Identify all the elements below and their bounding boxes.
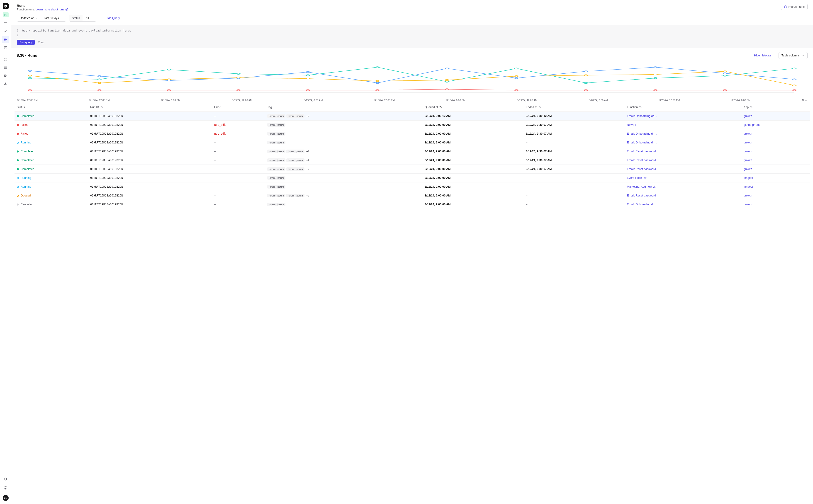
run-id: 01HRPT19RJSA1019B2GN bbox=[90, 150, 123, 153]
logo[interactable] bbox=[3, 3, 9, 9]
histogram-chart bbox=[17, 61, 808, 97]
ended-at: – bbox=[526, 203, 527, 206]
status-text: Completed bbox=[21, 167, 34, 171]
table-row[interactable]: Completed01HRPT19RJSA1019B2GN–lorem: ips… bbox=[15, 112, 810, 121]
app-link[interactable]: growth bbox=[744, 141, 752, 144]
svg-point-2 bbox=[5, 47, 6, 48]
learn-more-link[interactable]: Learn more about runs bbox=[36, 8, 68, 11]
ended-at: – bbox=[526, 185, 527, 188]
queued-at: 3/12/24, 9:00:00 AM bbox=[425, 141, 451, 144]
nav-steps-icon[interactable] bbox=[2, 64, 9, 71]
user-avatar[interactable]: CN bbox=[3, 495, 9, 501]
queued-at: 3/12/24, 9:00:00 AM bbox=[425, 150, 451, 153]
function-link[interactable]: Email: Onboarding dri… bbox=[627, 114, 659, 118]
col-ended-at[interactable]: Ended at bbox=[524, 103, 625, 112]
table-row[interactable]: Running01HRPT19RJSA1019B2GN–lorem: ipsum… bbox=[15, 182, 810, 191]
app-link[interactable]: growth bbox=[744, 159, 752, 162]
table-row[interactable]: Completed01HRPT19RJSA1019B2GN–lorem: ips… bbox=[15, 147, 810, 156]
page-title: Runs bbox=[17, 4, 68, 7]
nav-search-icon[interactable] bbox=[2, 44, 9, 51]
page-subtitle: Function runs. Learn more about runs bbox=[17, 8, 68, 12]
run-id: 01HRPT19RJSA1019B2GN bbox=[90, 167, 123, 171]
function-link[interactable]: Email: Onboarding dri… bbox=[627, 141, 659, 144]
nav-layers-icon[interactable] bbox=[2, 72, 9, 79]
col-run-id[interactable]: Run ID bbox=[88, 103, 212, 112]
svg-point-26 bbox=[793, 68, 796, 69]
status-text: Failed bbox=[21, 132, 28, 135]
run-id: 01HRPT19RJSA1019B2GN bbox=[90, 159, 123, 162]
nav-webhooks-icon[interactable] bbox=[2, 80, 9, 87]
ended-at: 3/12/24, 9:30:07 AM bbox=[526, 167, 552, 171]
app-link[interactable]: growth bbox=[744, 167, 752, 171]
function-link[interactable]: Email: Onboarding dri… bbox=[627, 132, 659, 135]
tag-more: +2 bbox=[305, 194, 310, 197]
nav-metrics-icon[interactable] bbox=[2, 28, 9, 35]
app-link[interactable]: github-pr-bot bbox=[744, 123, 760, 126]
sort-icon bbox=[639, 106, 642, 109]
run-id: 01HRPT19RJSA1019B2GN bbox=[90, 203, 123, 206]
function-link[interactable]: Email: Reset password bbox=[627, 159, 659, 162]
nav-runs-icon[interactable] bbox=[2, 36, 9, 43]
function-link[interactable]: New PR bbox=[627, 123, 659, 126]
run-query-button[interactable]: Run query bbox=[17, 40, 35, 45]
table-columns-select[interactable]: Table columns bbox=[779, 52, 808, 59]
function-link[interactable]: Email: Reset password bbox=[627, 167, 659, 171]
table-row[interactable]: Running01HRPT19RJSA1019B2GN–lorem: ipsum… bbox=[15, 174, 810, 182]
col-app[interactable]: App bbox=[741, 103, 810, 112]
app-link[interactable]: Inngest bbox=[744, 185, 753, 188]
queued-at: 3/12/24, 9:00:12 AM bbox=[425, 114, 451, 118]
svg-point-56 bbox=[376, 90, 379, 91]
sidebar: PR CN bbox=[0, 0, 11, 504]
svg-point-34 bbox=[515, 78, 518, 79]
nav-filters-icon[interactable] bbox=[2, 19, 9, 27]
filter-status-value[interactable]: All bbox=[83, 15, 96, 21]
hide-histogram-button[interactable]: Hide histogram bbox=[752, 53, 775, 58]
svg-point-33 bbox=[445, 68, 449, 69]
ended-at: 3/12/24, 9:30:07 AM bbox=[526, 150, 552, 153]
nav-apps-icon[interactable] bbox=[2, 56, 9, 63]
app-link[interactable]: growth bbox=[744, 150, 752, 153]
nav-help-icon[interactable] bbox=[2, 484, 9, 491]
table-row[interactable]: Running01HRPT19RJSA1019B2GN–lorem: ipsum… bbox=[15, 138, 810, 147]
function-link[interactable]: Email: Reset password bbox=[627, 150, 659, 153]
queued-at: 3/12/24, 9:00:00 AM bbox=[425, 203, 451, 206]
function-link[interactable]: Event batch test bbox=[627, 176, 659, 179]
nav-power-icon[interactable] bbox=[2, 475, 9, 483]
env-badge[interactable]: PR bbox=[3, 12, 9, 17]
table-row[interactable]: Cancelled01HRPT19RJSA1019B2GN–lorem: ips… bbox=[15, 200, 810, 209]
query-input[interactable]: Query specific function data and event p… bbox=[22, 28, 131, 38]
col-tag[interactable]: Tag bbox=[265, 103, 423, 112]
col-status[interactable]: Status bbox=[15, 103, 88, 112]
app-link[interactable]: growth bbox=[744, 194, 752, 197]
col-error[interactable]: Error bbox=[212, 103, 265, 112]
app-link[interactable]: growth bbox=[744, 114, 752, 118]
svg-rect-1 bbox=[4, 46, 7, 49]
status-dot-icon bbox=[17, 177, 19, 179]
filter-updated-at[interactable]: Updated at bbox=[17, 15, 41, 21]
function-link[interactable]: Marketing: Add new si… bbox=[627, 185, 659, 188]
filter-date-range[interactable]: Last 3 Days bbox=[41, 15, 66, 21]
status-dot-icon bbox=[17, 159, 19, 161]
table-row[interactable]: Completed01HRPT19RJSA1019B2GN–lorem: ips… bbox=[15, 156, 810, 165]
svg-point-23 bbox=[584, 82, 588, 83]
app-link[interactable]: growth bbox=[744, 203, 752, 206]
status-text: Running bbox=[21, 185, 31, 188]
svg-rect-5 bbox=[4, 60, 5, 61]
col-function[interactable]: Function bbox=[625, 103, 741, 112]
app-link[interactable]: growth bbox=[744, 132, 752, 135]
run-id: 01HRPT19RJSA1019B2GN bbox=[90, 141, 123, 144]
clear-query-button[interactable]: Clear bbox=[38, 41, 44, 44]
svg-point-17 bbox=[167, 69, 171, 70]
table-row[interactable]: Failed01HRPT19RJSA1019B2GNnot_sdklorem: … bbox=[15, 121, 810, 129]
table-row[interactable]: Failed01HRPT19RJSA1019B2GNnot_sdklorem: … bbox=[15, 129, 810, 138]
status-text: Completed bbox=[21, 114, 34, 118]
table-row[interactable]: Queued01HRPT19RJSA1019B2GN–lorem: ipsuml… bbox=[15, 191, 810, 200]
hide-query-button[interactable]: Hide Query bbox=[104, 15, 122, 21]
table-row[interactable]: Completed01HRPT19RJSA1019B2GN–lorem: ips… bbox=[15, 165, 810, 174]
function-link[interactable]: Email: Onboarding dri… bbox=[627, 203, 659, 206]
svg-point-31 bbox=[306, 71, 310, 73]
col-queued-at[interactable]: Queued at bbox=[423, 103, 524, 112]
app-link[interactable]: Inngest bbox=[744, 176, 753, 179]
function-link[interactable]: Email: Reset password bbox=[627, 194, 659, 197]
refresh-button[interactable]: Refresh runs bbox=[781, 4, 808, 10]
